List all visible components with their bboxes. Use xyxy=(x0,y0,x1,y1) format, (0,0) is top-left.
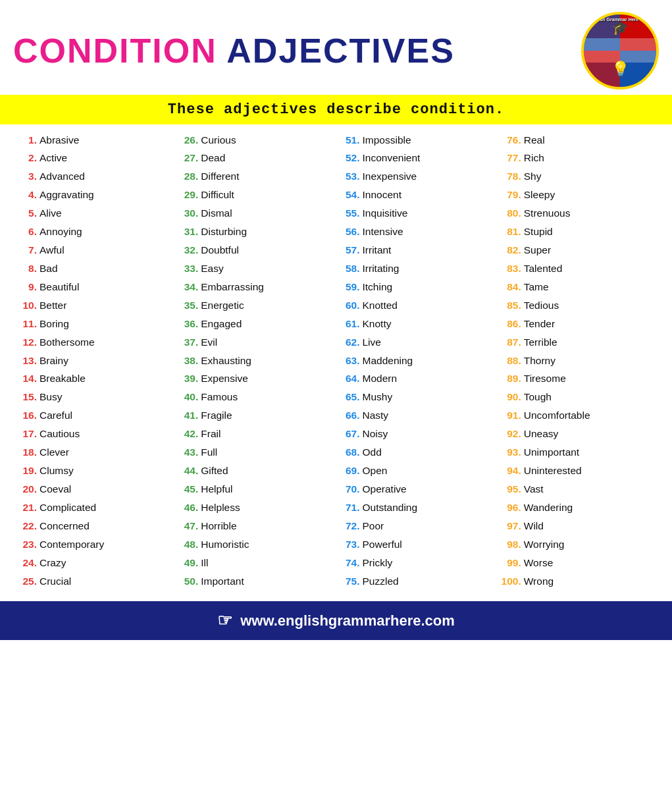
item-word: Fragile xyxy=(201,409,232,423)
item-word: Full xyxy=(201,446,217,460)
column-2: 26.Curious27.Dead28.Different29.Difficul… xyxy=(174,131,336,591)
item-word: Frail xyxy=(201,427,220,441)
item-word: Boring xyxy=(39,317,69,331)
item-number: 13. xyxy=(16,354,37,368)
item-number: 65. xyxy=(339,390,360,404)
list-item: 86.Tender xyxy=(500,315,656,333)
item-number: 19. xyxy=(16,464,37,478)
item-number: 73. xyxy=(339,538,360,552)
item-number: 93. xyxy=(500,446,521,460)
list-item: 60.Knotted xyxy=(339,296,495,315)
list-item: 18.Clever xyxy=(16,444,172,462)
list-item: 15.Busy xyxy=(16,389,172,407)
item-number: 11. xyxy=(16,317,37,331)
list-item: 66.Nasty xyxy=(339,407,495,425)
item-number: 15. xyxy=(16,390,37,404)
list-item: 72.Poor xyxy=(339,517,495,535)
item-number: 25. xyxy=(16,575,37,589)
list-item: 19.Clumsy xyxy=(16,462,172,481)
item-word: Inconvenient xyxy=(363,151,421,165)
item-number: 24. xyxy=(16,556,37,570)
item-number: 26. xyxy=(177,134,198,147)
list-item: 26.Curious xyxy=(177,131,333,149)
item-number: 72. xyxy=(339,520,360,533)
item-word: Brainy xyxy=(39,354,68,368)
list-item: 39.Expensive xyxy=(177,370,333,389)
item-word: Operative xyxy=(363,483,407,496)
list-item: 21.Complicated xyxy=(16,498,172,517)
list-item: 14.Breakable xyxy=(16,370,172,389)
item-word: Uneasy xyxy=(524,427,559,441)
item-word: Powerful xyxy=(363,538,402,552)
list-item: 38.Exhausting xyxy=(177,352,333,370)
list-item: 79.Sleepy xyxy=(500,186,656,205)
item-word: Open xyxy=(363,464,388,478)
list-item: 99.Worse xyxy=(500,554,656,572)
item-number: 82. xyxy=(500,244,521,257)
item-number: 43. xyxy=(177,446,198,460)
item-word: Annoying xyxy=(39,225,82,239)
item-number: 79. xyxy=(500,188,521,202)
item-word: Energetic xyxy=(201,299,244,313)
item-word: Prickly xyxy=(363,556,393,570)
item-word: Stupid xyxy=(524,225,553,239)
item-number: 39. xyxy=(177,372,198,386)
item-number: 69. xyxy=(339,464,360,478)
item-number: 68. xyxy=(339,446,360,460)
item-word: Alive xyxy=(39,207,62,221)
list-item: 53.Inexpensive xyxy=(339,168,495,186)
item-word: Vast xyxy=(524,483,544,496)
item-number: 77. xyxy=(500,151,521,165)
item-number: 51. xyxy=(339,134,360,147)
item-word: Wandering xyxy=(524,501,573,515)
list-item: 95.Vast xyxy=(500,481,656,499)
item-word: Shy xyxy=(524,170,542,184)
list-item: 40.Famous xyxy=(177,389,333,407)
item-word: Mushy xyxy=(363,390,393,404)
list-item: 1.Abrasive xyxy=(16,131,172,149)
list-item: 82.Super xyxy=(500,242,656,260)
item-number: 74. xyxy=(339,556,360,570)
item-number: 7. xyxy=(16,244,37,257)
item-number: 100. xyxy=(500,575,521,589)
list-item: 57.Irritant xyxy=(339,242,495,260)
item-word: Wrong xyxy=(524,575,554,589)
list-item: 73.Powerful xyxy=(339,535,495,554)
item-number: 36. xyxy=(177,317,198,331)
list-item: 78.Shy xyxy=(500,168,656,186)
item-number: 18. xyxy=(16,446,37,460)
list-item: 43.Full xyxy=(177,444,333,462)
item-word: Dismal xyxy=(201,207,232,221)
item-word: Tiresome xyxy=(524,372,566,386)
item-word: Cautious xyxy=(39,427,80,441)
item-word: Difficult xyxy=(201,188,234,202)
item-number: 62. xyxy=(339,336,360,350)
item-word: Easy xyxy=(201,262,223,276)
list-item: 10.Better xyxy=(16,296,172,315)
item-word: Irritant xyxy=(363,244,392,257)
item-word: Sleepy xyxy=(524,188,555,202)
list-item: 81.Stupid xyxy=(500,223,656,242)
item-word: Crucial xyxy=(39,575,71,589)
list-item: 27.Dead xyxy=(177,149,333,168)
item-number: 12. xyxy=(16,336,37,350)
item-number: 50. xyxy=(177,575,198,589)
item-number: 35. xyxy=(177,299,198,313)
list-item: 11.Boring xyxy=(16,315,172,333)
list-item: 28.Different xyxy=(177,168,333,186)
item-number: 23. xyxy=(16,538,37,552)
list-item: 30.Dismal xyxy=(177,205,333,223)
list-item: 70.Operative xyxy=(339,481,495,499)
item-word: Poor xyxy=(363,520,384,533)
item-word: Different xyxy=(201,170,239,184)
item-word: Complicated xyxy=(39,501,96,515)
item-word: Itching xyxy=(363,281,393,294)
item-number: 53. xyxy=(339,170,360,184)
item-number: 84. xyxy=(500,281,521,294)
item-number: 5. xyxy=(16,207,37,221)
item-number: 10. xyxy=(16,299,37,313)
item-word: Worrying xyxy=(524,538,565,552)
item-word: Engaged xyxy=(201,317,242,331)
item-word: Helpful xyxy=(201,483,232,496)
item-number: 56. xyxy=(339,225,360,239)
